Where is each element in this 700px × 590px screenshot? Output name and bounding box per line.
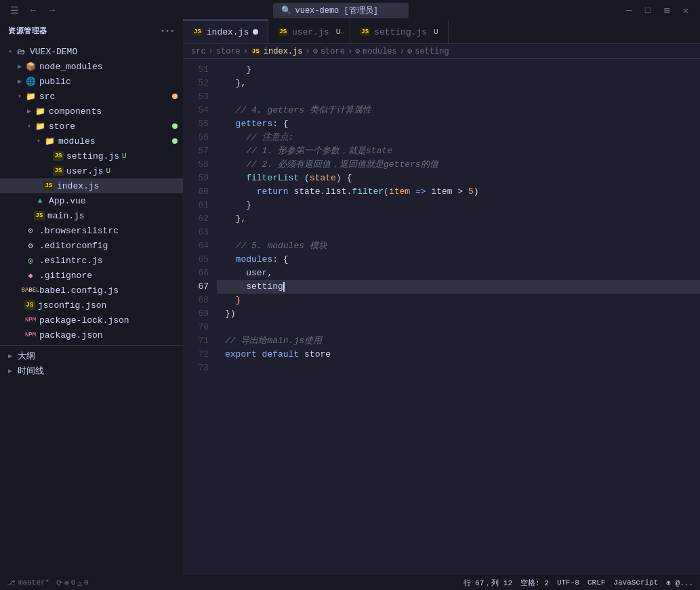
status-bar: ⎇ master* ⟳ ⊗ 0 △ 0 行 67，列 12 空格: 2 UTF-… [0, 575, 700, 590]
store-badge [172, 123, 178, 129]
sidebar-item-modules[interactable]: ▾ 📁 modules [0, 134, 183, 149]
vue-icon: ▲ [34, 196, 46, 205]
sidebar-item-app-vue[interactable]: ▲ App.vue [0, 193, 183, 208]
spaces-info[interactable]: 空格: 2 [520, 578, 549, 588]
ln-66: 66 [183, 267, 217, 280]
sidebar-item-public[interactable]: ▶ 🌐 public [0, 74, 183, 89]
error-num: 0 [71, 578, 76, 587]
collapse-arrow: ▾ [34, 137, 43, 145]
ln-60: 60 [183, 185, 217, 199]
sidebar-item-src[interactable]: ▾ 📁 src [0, 89, 183, 104]
text-cursor [283, 282, 285, 292]
sidebar-item-user-js[interactable]: JS user.js U [0, 163, 183, 178]
sidebar-item-browserslistrc[interactable]: ⊙ .browserslistrc [0, 223, 183, 238]
bc-index-js: index.js [264, 47, 303, 56]
ln-63: 63 [183, 226, 217, 239]
ln-62: 62 [183, 212, 217, 226]
sidebar-item-node-modules[interactable]: ▶ 📦 node_modules [0, 59, 183, 74]
components-label: components [49, 106, 102, 117]
code-line-56: // 注意点: [217, 131, 700, 144]
ln-56: 56 [183, 131, 217, 144]
sidebar-item-index-js[interactable]: JS index.js [0, 178, 183, 193]
sidebar-item-babel[interactable]: BABEL babel.config.js [0, 283, 183, 298]
sidebar-header: 资源管理器 ••• [0, 20, 183, 41]
tab-user-js[interactable]: JS user.js U [268, 20, 350, 43]
bc-store: store [216, 47, 241, 56]
babel-icon: BABEL [24, 286, 37, 295]
root-label: VUEX-DEMO [30, 47, 77, 57]
encoding[interactable]: UTF-8 [557, 578, 579, 587]
collapse-arrow: ▾ [5, 47, 15, 56]
maximize-icon[interactable]: □ [640, 3, 655, 18]
sidebar-item-eslintrc[interactable]: ◎ .eslintrc.js [0, 253, 183, 268]
breadcrumb: src › store › JS index.js › ⚙ store › ⚙ … [183, 44, 700, 59]
sidebar-item-components[interactable]: ▶ 📁 components [0, 104, 183, 119]
ln-67: 67 [183, 280, 217, 294]
sidebar-item-outline[interactable]: ▶ 大纲 [0, 349, 183, 363]
ln-69: 69 [183, 307, 217, 321]
code-line-53 [217, 90, 700, 104]
tab-label: index.js [207, 27, 249, 37]
store-icon: 📁 [34, 121, 46, 131]
editor-area: JS index.js JS user.js U JS setting.js U… [183, 20, 700, 575]
code-line-70 [217, 321, 700, 334]
title-search[interactable]: 🔍 vuex-demo [管理员] [273, 3, 409, 18]
git-icon: ◆ [24, 271, 37, 280]
ln-64: 64 [183, 239, 217, 253]
ln-65: 65 [183, 253, 217, 267]
titlebar-nav: ☰ ← → [7, 3, 60, 18]
sidebar-item-package-json[interactable]: NPM package.json [0, 328, 183, 342]
sidebar-item-root[interactable]: ▾ 🗁 VUEX-DEMO [0, 44, 183, 59]
minimize-icon[interactable]: — [621, 3, 636, 18]
code-line-57: // 1. 形参第一个参数，就是state [217, 144, 700, 158]
window-title: vuex-demo [管理员] [295, 5, 378, 16]
modules-icon: 📁 [43, 136, 56, 146]
more-icon[interactable]: ••• [161, 27, 175, 35]
github-copilot-icon[interactable]: ⊕ @... [666, 578, 693, 587]
error-count[interactable]: ⟳ ⊗ 0 △ 0 [56, 578, 88, 587]
outline-label: 大纲 [18, 350, 35, 362]
sidebar-item-timeline[interactable]: ▶ 时间线 [0, 363, 183, 378]
sidebar-item-store[interactable]: ▾ 📁 store [0, 119, 183, 134]
sidebar-item-package-lock[interactable]: NPM package-lock.json [0, 313, 183, 328]
titlebar-center: 🔍 vuex-demo [管理员] [66, 3, 615, 18]
src-label: src [39, 92, 55, 102]
collapse-arrow: ▶ [15, 62, 24, 71]
line-ending[interactable]: CRLF [588, 578, 605, 587]
tab-setting-js[interactable]: JS setting.js U [350, 20, 448, 43]
bc-store-symbol: ⚙ [313, 46, 318, 56]
sidebar-item-editorconfig[interactable]: ⚙ .editorconfig [0, 238, 183, 253]
forward-button[interactable]: → [45, 3, 60, 18]
collapse-arrow: ▾ [24, 122, 34, 130]
tab-modified-dot [253, 29, 258, 35]
ln-54: 54 [183, 104, 217, 117]
public-label: public [39, 77, 71, 87]
code-line-64: // 5. modules 模块 [217, 239, 700, 253]
ln-53: 53 [183, 90, 217, 104]
back-button[interactable]: ← [26, 3, 41, 18]
code-editor[interactable]: 51 52 53 54 55 56 57 58 59 60 61 62 63 6… [183, 59, 700, 575]
bc-js-icon: JS [251, 48, 261, 55]
bc-setting-symbol: ⚙ [407, 46, 412, 56]
hamburger-icon[interactable]: ☰ [7, 3, 22, 18]
code-line-71: // 导出给main.js使用 [217, 334, 700, 348]
close-icon[interactable]: ✕ [678, 3, 693, 18]
circle-slash-icon: ⊗ [64, 578, 69, 587]
sidebar-item-setting-js[interactable]: JS setting.js U [0, 149, 183, 163]
git-branch[interactable]: ⎇ master* [7, 578, 49, 587]
layout-icon[interactable]: ⊞ [659, 3, 674, 18]
code-content[interactable]: } }, // 4. getters 类似于计算属性 getters: { [217, 59, 700, 575]
ln-58: 58 [183, 158, 217, 172]
sidebar-item-gitignore[interactable]: ◆ .gitignore [0, 268, 183, 283]
language-mode[interactable]: JavaScript [613, 578, 658, 587]
node-modules-icon: 📦 [24, 62, 37, 71]
titlebar-right: — □ ⊞ ✕ [621, 3, 693, 18]
sidebar-item-main-js[interactable]: JS main.js [0, 208, 183, 223]
tab-index-js[interactable]: JS index.js [183, 20, 268, 43]
code-line-62: }, [217, 212, 700, 226]
cursor-position[interactable]: 行 67，列 12 [464, 578, 513, 588]
sidebar-item-jsconfig[interactable]: JS jsconfig.json [0, 298, 183, 313]
tab-setting-label: setting.js [374, 27, 427, 37]
collapse-arrow: ▶ [24, 107, 34, 115]
status-left: ⎇ master* ⟳ ⊗ 0 △ 0 [7, 578, 89, 587]
